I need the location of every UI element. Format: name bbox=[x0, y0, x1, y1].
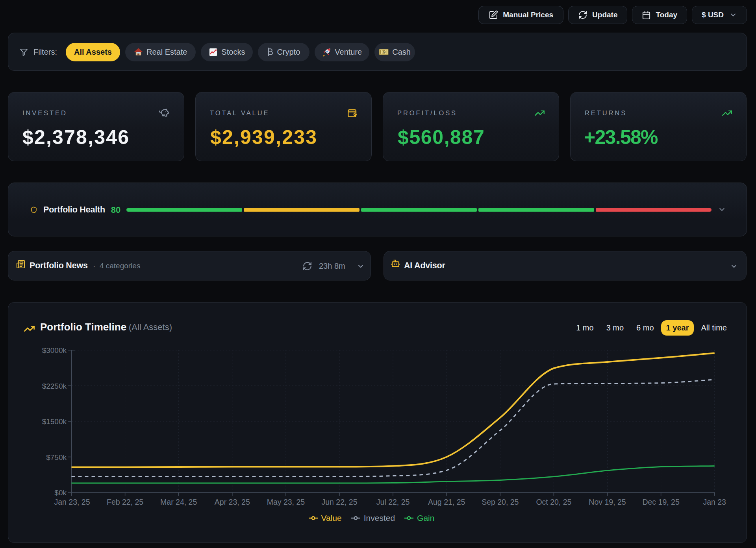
svg-text:Jul 22, 25: Jul 22, 25 bbox=[376, 498, 410, 506]
svg-text:Jun 22, 25: Jun 22, 25 bbox=[321, 498, 357, 506]
svg-text:Jan 23: Jan 23 bbox=[703, 498, 726, 506]
svg-text:Nov 19, 25: Nov 19, 25 bbox=[589, 498, 626, 506]
svg-text:$2250k: $2250k bbox=[42, 382, 67, 390]
svg-text:Sep 20, 25: Sep 20, 25 bbox=[482, 498, 519, 506]
svg-text:Mar 24, 25: Mar 24, 25 bbox=[160, 498, 197, 506]
svg-text:May 23, 25: May 23, 25 bbox=[267, 498, 305, 506]
svg-text:Jan 23, 25: Jan 23, 25 bbox=[54, 498, 90, 506]
svg-text:$1500k: $1500k bbox=[42, 417, 67, 426]
svg-text:Feb 22, 25: Feb 22, 25 bbox=[107, 498, 143, 506]
svg-text:$750k: $750k bbox=[46, 453, 67, 461]
svg-text:Oct 20, 25: Oct 20, 25 bbox=[536, 498, 571, 506]
svg-text:$0k: $0k bbox=[54, 489, 67, 497]
svg-text:Dec 19, 25: Dec 19, 25 bbox=[642, 498, 679, 506]
svg-text:Apr 23, 25: Apr 23, 25 bbox=[215, 498, 250, 506]
svg-text:$3000k: $3000k bbox=[42, 346, 67, 354]
svg-text:$: $ bbox=[383, 50, 385, 54]
svg-text:Aug 21, 25: Aug 21, 25 bbox=[428, 498, 465, 506]
